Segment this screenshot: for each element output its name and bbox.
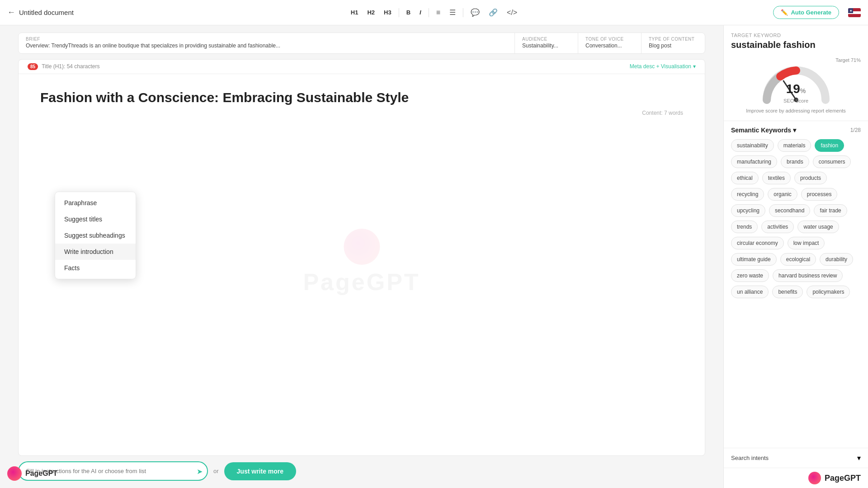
keyword-tag[interactable]: ecological bbox=[780, 253, 816, 266]
tone-section: Tone of voice Conversation... bbox=[578, 33, 642, 53]
main-layout: Brief Overview: TrendyThreads is an onli… bbox=[0, 25, 868, 488]
toolbar-divider-2 bbox=[429, 8, 429, 17]
context-menu-item[interactable]: Suggest titles bbox=[55, 211, 136, 227]
svg-text:★: ★ bbox=[849, 9, 852, 12]
link-icon[interactable]: 🔗 bbox=[485, 6, 501, 19]
title-chars: Title (H1): 54 characters bbox=[42, 63, 99, 70]
bottom-logo: PageGPT bbox=[7, 466, 57, 481]
keyword-tag[interactable]: textiles bbox=[762, 172, 791, 184]
unordered-list-icon[interactable]: ☰ bbox=[446, 6, 459, 19]
keyword-tag[interactable]: zero waste bbox=[731, 269, 769, 282]
seo-section: Target keyword sustainable fashion Targe… bbox=[724, 25, 868, 121]
keyword-tag[interactable]: fair trade bbox=[814, 204, 847, 217]
keyword-tag[interactable]: manufacturing bbox=[731, 155, 777, 168]
keyword-tag[interactable]: secondhand bbox=[769, 204, 810, 217]
audience-value: Sustainability... bbox=[522, 42, 571, 50]
document-editor[interactable]: 85 Title (H1): 54 characters Meta desc +… bbox=[18, 59, 705, 456]
seo-score-number: 19 bbox=[786, 82, 800, 96]
keywords-header: Semantic Keywords ▾ 1/28 bbox=[731, 127, 861, 134]
meta-desc-link[interactable]: Meta desc + Visualisation ▾ bbox=[630, 63, 696, 70]
audience-section: Audience Sustainability... bbox=[515, 33, 578, 53]
context-menu-item[interactable]: Paraphrase bbox=[55, 195, 136, 211]
keyword-tag[interactable]: organic bbox=[768, 188, 797, 201]
target-keyword-value: sustainable fashion bbox=[731, 40, 861, 50]
keyword-tag[interactable]: brands bbox=[781, 155, 809, 168]
search-intents-bar[interactable]: Search intents ▾ bbox=[724, 448, 868, 468]
search-intents-label: Search intents bbox=[731, 455, 769, 461]
ordered-list-icon[interactable]: ≡ bbox=[433, 7, 444, 19]
keyword-tag[interactable]: recycling bbox=[731, 188, 764, 201]
keyword-tag[interactable]: policymakers bbox=[807, 286, 850, 298]
keyword-tag[interactable]: activities bbox=[761, 221, 794, 233]
keywords-count: 1/28 bbox=[850, 127, 861, 133]
gauge-container: 19% SEO Score bbox=[731, 64, 861, 104]
chevron-down-icon: ▾ bbox=[693, 63, 696, 70]
auto-generate-button[interactable]: ✏️ Auto Generate bbox=[773, 6, 839, 19]
doc-title-heading[interactable]: Fashion with a Conscience: Embracing Sus… bbox=[40, 89, 683, 106]
keyword-tag[interactable]: upcycling bbox=[731, 204, 765, 217]
bottom-logo-icon bbox=[7, 466, 22, 481]
keyword-tag[interactable]: materials bbox=[778, 139, 811, 152]
keyword-tag[interactable]: un alliance bbox=[731, 286, 769, 298]
keyword-tag[interactable]: circular economy bbox=[731, 237, 784, 249]
bold-button[interactable]: B bbox=[403, 7, 414, 18]
toolbar: H1 H2 H3 B I ≡ ☰ 💬 🔗 </> bbox=[347, 6, 521, 19]
keyword-tag[interactable]: ethical bbox=[731, 172, 759, 184]
topbar: ← Untitled document H1 H2 H3 B I ≡ ☰ 💬 🔗… bbox=[0, 0, 868, 25]
content-type-label: Type of content bbox=[649, 37, 698, 42]
keyword-tag[interactable]: water usage bbox=[797, 221, 839, 233]
svg-rect-2 bbox=[848, 14, 861, 17]
keyword-tag[interactable]: fashion bbox=[815, 139, 844, 152]
seo-label: SEO Score bbox=[783, 98, 808, 103]
context-menu-item[interactable]: Facts bbox=[55, 260, 136, 276]
improve-text: Improve score by addressing report eleme… bbox=[731, 108, 861, 113]
language-flag[interactable]: ★ bbox=[848, 8, 861, 17]
watermark: PageGPT bbox=[303, 229, 420, 296]
doc-body[interactable]: Fashion with a Conscience: Embracing Sus… bbox=[19, 74, 705, 450]
keyword-tag[interactable]: harvard business review bbox=[773, 269, 843, 282]
brief-section: Brief Overview: TrendyThreads is an onli… bbox=[19, 33, 515, 53]
ai-bar: ➤ or Just write more bbox=[18, 456, 705, 488]
keyword-tag[interactable]: processes bbox=[801, 188, 838, 201]
write-more-button[interactable]: Just write more bbox=[224, 462, 296, 480]
back-button[interactable]: ← Untitled document bbox=[7, 8, 74, 17]
gauge-score: 19% SEO Score bbox=[783, 82, 808, 104]
keyword-tag[interactable]: durability bbox=[820, 253, 853, 266]
auto-gen-label: Auto Generate bbox=[791, 9, 831, 16]
keywords-grid: sustainabilitymaterialsfashionmanufactur… bbox=[731, 139, 861, 298]
h1-button[interactable]: H1 bbox=[347, 7, 362, 18]
content-words: Content: 7 words bbox=[40, 110, 683, 116]
brief-bar: Brief Overview: TrendyThreads is an onli… bbox=[18, 33, 705, 54]
chevron-down-icon-intents: ▾ bbox=[857, 454, 861, 462]
keyword-tag[interactable]: ultimate guide bbox=[731, 253, 777, 266]
h3-button[interactable]: H3 bbox=[380, 7, 395, 18]
code-icon[interactable]: </> bbox=[503, 7, 521, 19]
tone-value: Conversation... bbox=[585, 42, 634, 50]
seo-score-percent: % bbox=[800, 87, 806, 94]
keywords-title: Semantic Keywords ▾ bbox=[731, 127, 796, 134]
editor-area: Brief Overview: TrendyThreads is an onli… bbox=[0, 25, 723, 488]
brief-value: Overview: TrendyThreads is an online bou… bbox=[26, 42, 507, 50]
keyword-tag[interactable]: products bbox=[794, 172, 827, 184]
context-menu-item[interactable]: Suggest subheadings bbox=[55, 227, 136, 244]
italic-button[interactable]: I bbox=[416, 7, 425, 18]
back-arrow-icon: ← bbox=[7, 8, 15, 17]
watermark-text: PageGPT bbox=[303, 268, 420, 296]
keyword-tag[interactable]: benefits bbox=[772, 286, 803, 298]
keyword-tag[interactable]: consumers bbox=[813, 155, 851, 168]
brief-label: Brief bbox=[26, 37, 507, 42]
keyword-tag[interactable]: low impact bbox=[788, 237, 825, 249]
h2-button[interactable]: H2 bbox=[363, 7, 378, 18]
bottom-logo-text: PageGPT bbox=[25, 469, 57, 478]
comment-icon[interactable]: 💬 bbox=[467, 6, 483, 19]
tone-label: Tone of voice bbox=[585, 37, 634, 42]
context-menu-item[interactable]: Write introduction bbox=[55, 244, 136, 260]
chevron-down-icon-keywords: ▾ bbox=[793, 127, 796, 134]
auto-gen-icon: ✏️ bbox=[781, 9, 788, 16]
target-value: 71% bbox=[851, 57, 861, 63]
keyword-tag[interactable]: sustainability bbox=[731, 139, 774, 152]
panel-logo: PageGPT bbox=[724, 468, 868, 488]
doc-header-bar: 85 Title (H1): 54 characters Meta desc +… bbox=[19, 60, 705, 74]
toolbar-divider-3 bbox=[463, 8, 463, 17]
keyword-tag[interactable]: trends bbox=[731, 221, 758, 233]
